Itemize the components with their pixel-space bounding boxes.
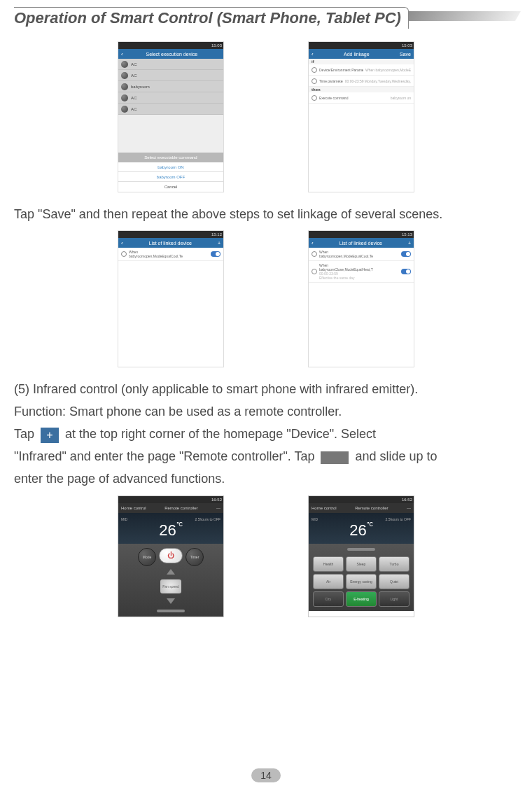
turbo-button[interactable]: Turbo	[379, 556, 410, 572]
device-label: babyroom	[131, 85, 150, 89]
item-detail: babyroomopen,ModeEqualCool,Te	[319, 254, 399, 258]
app-bar: ‹ List of linked device +	[118, 238, 223, 248]
more-icon[interactable]: ⋯	[216, 505, 220, 510]
slide-handle-icon[interactable]	[347, 548, 375, 551]
dpad: Fan speed	[146, 569, 195, 604]
row-device-param[interactable]: Device/Environment Parameter When babyro…	[309, 64, 414, 76]
button-label: Dry	[326, 597, 331, 601]
energy-saving-button[interactable]: Energy saving	[346, 574, 377, 589]
screen-body: When babyroomopen,ModeEqualCool,Te When …	[309, 248, 414, 367]
temperature-value: 26	[349, 521, 366, 539]
remote-controls-basic: Mode ⏻ Timer Fan speed	[118, 544, 223, 617]
status-time: 15:12	[211, 232, 222, 237]
button-label: Air	[326, 579, 330, 584]
button-label: Timer	[190, 555, 200, 559]
text-fragment: at the top right corner of the homepage …	[65, 427, 376, 441]
if-label: if	[309, 59, 414, 64]
paragraph-tap-end: enter the page of advanced functions.	[14, 470, 518, 488]
item-note: Effective the same day	[319, 276, 399, 280]
sheet-item-off[interactable]: babyroom OFF	[118, 172, 223, 182]
toggle-switch[interactable]	[401, 269, 411, 274]
button-label: Energy saving	[350, 579, 372, 584]
device-icon	[121, 94, 128, 101]
timer-button[interactable]: Timer	[186, 548, 204, 566]
screenshot-linked-list-1: 15:12 ‹ List of linked device + When bab…	[118, 230, 224, 367]
paragraph-tap-bar: "Infrared" and enter the page "Remote co…	[14, 447, 518, 465]
e-heating-button[interactable]: E-heating	[346, 591, 377, 607]
dry-button[interactable]: Dry	[313, 591, 344, 607]
device-item[interactable]: AC	[118, 70, 223, 81]
status-bar: 15:13	[309, 231, 414, 238]
device-item[interactable]: AC	[118, 59, 223, 70]
device-item[interactable]: babyroom	[118, 81, 223, 92]
mode-button[interactable]: Mode	[138, 548, 156, 566]
health-button[interactable]: Health	[313, 556, 344, 572]
more-icon[interactable]: ⋯	[407, 505, 411, 510]
temperature-unit: ℃	[176, 521, 183, 528]
sleep-button[interactable]: Sleep	[346, 556, 377, 572]
save-button[interactable]: Save	[400, 52, 411, 57]
sheet-header: Select executable command	[118, 153, 223, 162]
linked-device-item[interactable]: When babyroomopen,ModeEqualCool,Te	[309, 248, 414, 261]
display-mid: MID	[121, 517, 127, 521]
slide-handle-icon[interactable]	[157, 610, 185, 612]
plus-icon[interactable]: +	[218, 241, 220, 246]
remote-display: MID 2.5hours to OFF 26℃	[118, 513, 223, 544]
target-icon	[312, 95, 317, 101]
device-item[interactable]: AC	[118, 104, 223, 115]
header-title: Remote controller	[164, 506, 197, 510]
row-time-param[interactable]: Time parameter 00:00-23:59 Monday,Tuesda…	[309, 76, 414, 87]
screenshot-remote-advanced: 16:52 Home control Remote controller ⋯ M…	[308, 495, 414, 617]
status-bar: 15:03	[118, 42, 223, 49]
sheet-cancel[interactable]: Cancel	[118, 182, 223, 192]
row-label: Time parameter	[319, 79, 343, 83]
button-label: Turbo	[390, 562, 399, 566]
screen-title: List of linked device	[314, 241, 408, 246]
link-icon	[312, 251, 317, 257]
remote-controls-advanced: Health Sleep Turbo Air Energy saving Qui…	[309, 544, 414, 611]
paragraph-save-repeat: Tap "Save" and then repeat the above ste…	[14, 205, 518, 223]
power-button[interactable]: ⏻	[159, 548, 183, 563]
sheet-item-on[interactable]: babyroom ON	[118, 162, 223, 172]
display-mid: MID	[312, 517, 318, 521]
toggle-switch[interactable]	[211, 251, 220, 257]
status-bar: 15:03	[309, 42, 414, 49]
remote-header: Home control Remote controller ⋯	[118, 503, 223, 513]
button-label: Health	[323, 562, 333, 566]
row-value: When babyroomopen,ModeE	[365, 68, 411, 72]
dpad-down[interactable]	[167, 598, 175, 604]
handle-bar-icon	[321, 451, 349, 464]
paragraph-tap-plus: Tap + at the top right corner of the hom…	[14, 425, 518, 443]
temperature-unit: ℃	[367, 521, 373, 528]
section-heading-wrap: Operation of Smart Control (Smart Phone,…	[14, 7, 518, 29]
device-item[interactable]: AC	[118, 92, 223, 104]
screen-body: When babyroomopen,ModeEqualCool,Te	[118, 248, 223, 367]
text-fragment: and slide up to	[356, 449, 438, 463]
display-off: 2.5hours to OFF	[195, 517, 220, 521]
remote-header: Home control Remote controller ⋯	[309, 503, 414, 513]
status-time: 15:13	[402, 232, 412, 237]
linked-device-item[interactable]: When babyroomopen,ModeEqualCool,Te	[118, 248, 223, 261]
screen-body: if Device/Environment Parameter When bab…	[309, 59, 414, 192]
button-label: Sleep	[357, 562, 366, 566]
linked-device-item[interactable]: When babyroomClose,ModeEqualHeat,T 00:00…	[309, 261, 414, 283]
dpad-up[interactable]	[167, 569, 175, 575]
remote-display: MID 2.5hours to OFF 26℃	[309, 513, 414, 544]
fan-speed-button[interactable]: Fan speed	[160, 579, 181, 593]
header-left: Home control	[312, 506, 337, 510]
air-button[interactable]: Air	[313, 574, 344, 589]
device-label: AC	[131, 73, 136, 78]
screenshot-remote-basic: 16:52 Home control Remote controller ⋯ M…	[118, 495, 224, 617]
row-execute-command[interactable]: Execute command babyroom on	[309, 92, 414, 104]
header-title: Remote controller	[355, 506, 388, 510]
status-time: 15:03	[402, 43, 412, 48]
quiet-button[interactable]: Quiet	[379, 574, 410, 589]
device-icon	[121, 106, 128, 113]
app-bar: ‹ Add linkage Save	[309, 49, 414, 59]
screen-title: Select execution device	[123, 52, 220, 57]
plus-icon[interactable]: +	[408, 241, 411, 246]
action-sheet: Select executable command babyroom ON ba…	[118, 153, 223, 192]
toggle-switch[interactable]	[401, 251, 411, 257]
screen-body: AC AC babyroom AC AC Select executable c…	[118, 59, 223, 192]
light-button[interactable]: Light	[379, 591, 410, 607]
